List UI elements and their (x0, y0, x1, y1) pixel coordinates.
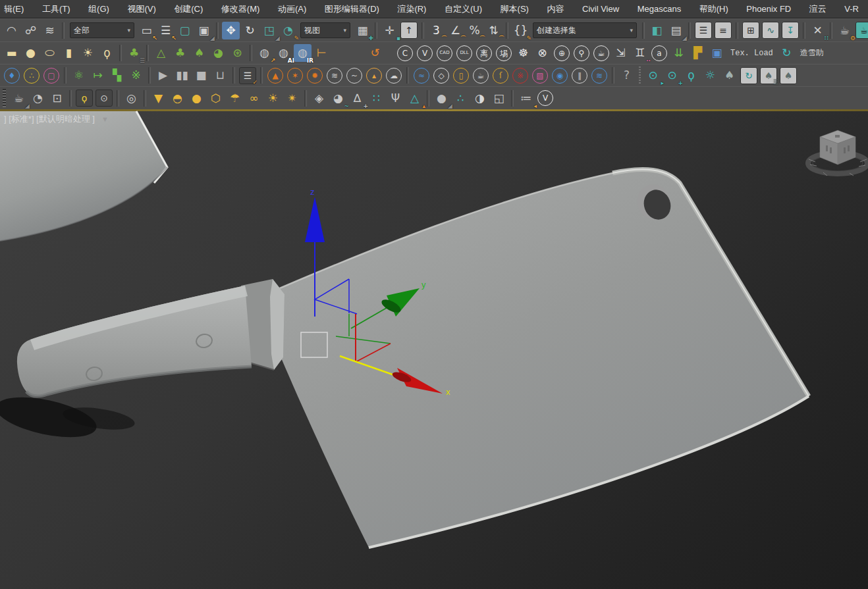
preset-blood-icon[interactable]: ※ (512, 68, 528, 84)
selection-filter-dropdown[interactable]: 全部▾ (70, 22, 134, 38)
render-setup-icon[interactable]: ☕⚙ (836, 22, 854, 39)
unlink-selection-icon[interactable]: ☍ (22, 22, 40, 39)
spheres-cluster-icon[interactable]: ∴ (452, 90, 470, 107)
sim-pause-icon[interactable]: ▮▮ (173, 66, 191, 84)
percent-snap-icon[interactable]: %⌒ (466, 22, 483, 39)
forest-aperture-icon[interactable]: ⊛ (229, 44, 246, 62)
menu-item-16[interactable]: 渲云 (805, 2, 830, 16)
menu-item-17[interactable]: V-R (840, 3, 863, 15)
vray-disc-light-icon[interactable]: ⬭ (41, 44, 59, 62)
forest-pack-triangle-icon[interactable]: △ (152, 44, 170, 62)
a-logo-icon[interactable]: a (651, 45, 667, 61)
circle-v-icon[interactable]: V (417, 45, 433, 61)
cube-window-icon[interactable]: ⊡ (48, 90, 66, 107)
preset-box-liquid-icon[interactable]: ▧ (532, 68, 548, 84)
perspective-viewport[interactable]: ] [标准*] [默认明暗处理 ] ▼ (0, 109, 868, 589)
menu-item-11[interactable]: 内容 (543, 2, 568, 16)
phoenix-turbulence-icon[interactable]: ※ (127, 66, 145, 84)
vray-dome-light-icon[interactable]: ● (22, 44, 40, 62)
tree-list-card-icon[interactable]: ♠☰ (760, 67, 777, 84)
vray-cylinder-light-icon[interactable]: ▮ (60, 44, 78, 62)
node-connections-icon[interactable]: ⊢ (313, 44, 331, 62)
toggle-scene-explorer-icon[interactable]: ☰ (695, 22, 712, 39)
select-object-icon[interactable]: ▭↖ (138, 22, 155, 39)
menu-item-3[interactable]: 视图(V) (123, 2, 159, 16)
grass-icon[interactable]: Ψ (387, 90, 404, 107)
edit-named-selection-sets-icon[interactable]: {}✎ (512, 22, 529, 39)
vray-plane-light-icon[interactable]: ▬ (3, 44, 20, 62)
fire-cube-icon[interactable]: △▴ (406, 90, 423, 107)
phoenix-prism-icon[interactable]: ▢ (43, 68, 59, 84)
preset-ocean-icon[interactable]: ≋ (591, 68, 607, 84)
node-list-icon[interactable]: ≔◂ (517, 90, 535, 107)
snow-helper-label[interactable]: 造雪助 (800, 47, 824, 59)
phoenix-force-icon[interactable]: ↦ (89, 66, 107, 84)
double-chevron-down-icon[interactable]: ⇊ (670, 44, 688, 62)
align-icon[interactable]: ▤◢ (667, 22, 685, 39)
view-cube[interactable] (808, 130, 867, 176)
film-camera-icon[interactable]: ◎ (122, 90, 140, 107)
circle-li-icon[interactable]: 离 (476, 45, 492, 61)
preset-honey-icon[interactable]: ſ (493, 68, 508, 84)
bind-to-space-warp-icon[interactable]: ≋ (41, 22, 59, 39)
spheres-grid-icon[interactable]: ∷ (367, 90, 385, 107)
vantage-light-icon[interactable]: ϙ (682, 66, 700, 84)
chaos-cosmos-icon[interactable]: ↺ (366, 44, 384, 62)
viewport-filter-icon[interactable]: ▼ (101, 115, 109, 123)
wire-sphere-icon[interactable]: ⊗ (533, 44, 551, 62)
menu-item-2[interactable]: 组(G) (84, 2, 113, 16)
interactive-render-sphere-icon[interactable]: ◍IR (294, 44, 312, 62)
camera-tripod-icon[interactable]: ∆+ (348, 90, 366, 107)
use-pivot-point-center-icon[interactable]: ▦✚ (354, 22, 371, 39)
forest-clover-icon[interactable]: ♣ (171, 44, 189, 62)
tex-load-label[interactable]: Tex. Load (730, 49, 773, 58)
vray-ies-light-icon[interactable]: ϙ (98, 44, 116, 62)
faceted-sphere-icon[interactable]: ◈ (310, 90, 328, 107)
menu-item-7[interactable]: 图形编辑器(D) (321, 2, 383, 16)
transform-arrows-icon[interactable]: ⇲ (612, 44, 630, 62)
vray-sphere-icon[interactable]: ● (188, 90, 205, 107)
vray-moth-icon[interactable]: ∞ (245, 90, 263, 107)
material-sphere-icon[interactable]: ●◢ (433, 90, 450, 107)
reference-coordinate-system-dropdown[interactable]: 视图▾ (300, 22, 350, 38)
swirl-sphere-icon[interactable]: ◔ (29, 90, 47, 107)
viewport-label[interactable]: ] [标准*] [默认明暗处理 ] ▼ (4, 113, 109, 125)
preset-coffee-icon[interactable]: ☕ (473, 68, 489, 84)
preset-explosion-box-icon[interactable]: ✹ (307, 68, 323, 84)
circle-chang-icon[interactable]: 埸 (496, 45, 512, 61)
angle-snap-icon[interactable]: ∠⌒ (447, 22, 464, 39)
preset-cigarette-icon[interactable]: ~ (346, 68, 362, 84)
teapot-flyout-icon[interactable]: ☕◢ (10, 90, 28, 107)
preset-ice-icon[interactable]: ◇ (433, 68, 449, 84)
vantage-camera-add-icon[interactable]: ⊙+ (663, 66, 681, 84)
preset-fire-icon[interactable]: ▲ (267, 68, 283, 84)
vray-spot-light-icon[interactable]: ▼ (149, 90, 167, 107)
phoenix-liquid-icon[interactable]: ♦ (4, 68, 20, 84)
menu-item-12[interactable]: Civil View (578, 3, 623, 15)
sphere-plane-icon[interactable]: ◱ (490, 90, 508, 107)
select-and-manipulate-icon[interactable]: ✛▪ (381, 22, 398, 39)
preset-splash-icon[interactable]: ≈ (414, 68, 429, 84)
menu-item-5[interactable]: 修改器(M) (217, 2, 264, 16)
sim-delete-icon[interactable]: ⊔ (211, 66, 229, 84)
preset-beer-icon[interactable]: ▯ (453, 68, 469, 84)
menu-item-8[interactable]: 渲染(R) (393, 2, 430, 16)
forest-spray-icon[interactable]: ♠ (190, 44, 208, 62)
preset-explosion-icon[interactable]: ✶ (287, 68, 303, 84)
toggle-layer-explorer-icon[interactable]: ≡ (715, 22, 732, 39)
dll-loader-icon[interactable]: DLL (456, 45, 472, 61)
rendered-frame-window-icon[interactable]: ☕ (855, 22, 868, 39)
cad-import-icon[interactable]: CAD (437, 45, 452, 61)
menu-item-9[interactable]: 自定义(U) (441, 2, 486, 16)
layered-cards-icon[interactable]: ▣ (708, 44, 726, 62)
floor-generator-icon[interactable]: ▛ (689, 44, 707, 62)
menu-item-14[interactable]: 帮助(H) (695, 2, 732, 16)
vray-dome-icon[interactable]: ◓ (169, 90, 186, 107)
vray-logo-icon[interactable]: V (537, 90, 553, 106)
menu-item-4[interactable]: 创建(C) (170, 2, 207, 16)
select-by-name-icon[interactable]: ☰↖ (157, 22, 175, 39)
preset-smoke-icon[interactable]: ≋ (327, 68, 342, 84)
tree-icon[interactable]: ♠ (720, 66, 738, 84)
page-refresh-icon[interactable]: ↻ (740, 67, 757, 84)
preset-candle-icon[interactable]: ▴ (366, 68, 382, 84)
